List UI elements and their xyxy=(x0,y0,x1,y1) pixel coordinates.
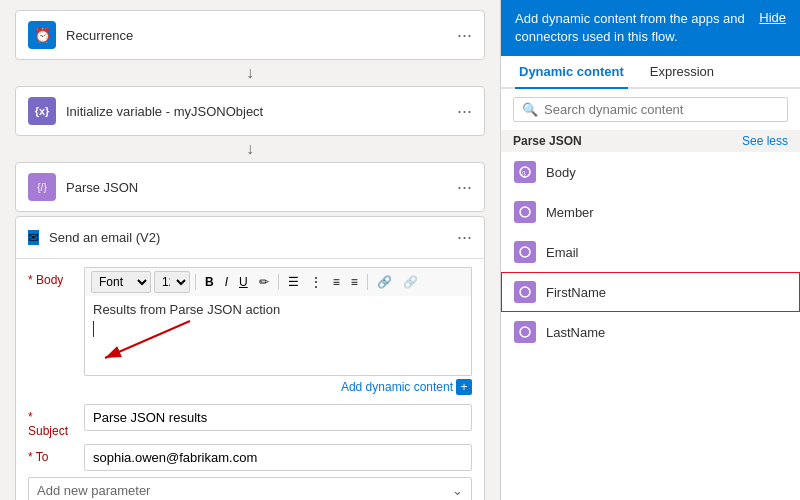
to-input[interactable] xyxy=(84,444,472,471)
dynamic-items-list: /} Body Member Email FirstName xyxy=(501,152,800,500)
body-editor-container: Font 12 B I U ✏ ☰ ⋮ ≡ ≡ xyxy=(84,267,472,398)
email-item-icon xyxy=(514,241,536,263)
parse-json-menu[interactable]: ··· xyxy=(457,177,472,198)
connector-1: ↓ xyxy=(15,65,485,81)
unlink-button[interactable]: 🔗 xyxy=(399,274,422,290)
parse-json-title: Parse JSON xyxy=(66,180,447,195)
dynamic-item-firstname[interactable]: FirstName xyxy=(501,272,800,312)
size-select[interactable]: 12 xyxy=(154,271,190,293)
email-title: Send an email (V2) xyxy=(49,230,447,245)
to-field-row: To xyxy=(28,444,472,471)
email-card-header: ✉ Send an email (V2) ··· xyxy=(16,217,484,259)
body-editor[interactable]: Results from Parse JSON action xyxy=(84,296,472,376)
align-left-button[interactable]: ≡ xyxy=(329,274,344,290)
init-variable-menu[interactable]: ··· xyxy=(457,101,472,122)
email-card: ✉ Send an email (V2) ··· Body Font 12 xyxy=(15,216,485,500)
body-editor-wrapper: Results from Parse JSON action xyxy=(84,296,472,398)
lastname-item-label: LastName xyxy=(546,325,605,340)
email-card-body: Body Font 12 B I U ✏ xyxy=(16,259,484,500)
member-item-label: Member xyxy=(546,205,594,220)
add-param-button[interactable]: Add new parameter ⌄ xyxy=(28,477,472,500)
subject-input[interactable] xyxy=(84,404,472,431)
arrow-annotation xyxy=(95,316,205,376)
underline-button[interactable]: U xyxy=(235,274,252,290)
search-box: 🔍 xyxy=(513,97,788,122)
toolbar-sep-3 xyxy=(367,274,368,290)
search-icon: 🔍 xyxy=(522,102,538,117)
body-item-icon: /} xyxy=(514,161,536,183)
num-list-button[interactable]: ⋮ xyxy=(306,274,326,290)
bullet-list-button[interactable]: ☰ xyxy=(284,274,303,290)
svg-point-7 xyxy=(520,327,530,337)
search-input[interactable] xyxy=(544,102,779,117)
body-text: Results from Parse JSON action xyxy=(93,302,463,317)
email-icon: ✉ xyxy=(28,230,39,245)
variable-icon: {x} xyxy=(28,97,56,125)
add-param-label: Add new parameter xyxy=(37,483,150,498)
add-dynamic-button[interactable]: Add dynamic content + xyxy=(341,379,472,395)
body-toolbar: Font 12 B I U ✏ ☰ ⋮ ≡ ≡ xyxy=(84,267,472,296)
link-button[interactable]: 🔗 xyxy=(373,274,396,290)
init-variable-title: Initialize variable - myJSONObject xyxy=(66,104,447,119)
hide-button[interactable]: Hide xyxy=(759,10,786,25)
right-header: Add dynamic content from the apps and co… xyxy=(501,0,800,56)
right-panel: Add dynamic content from the apps and co… xyxy=(500,0,800,500)
step-init-variable[interactable]: {x} Initialize variable - myJSONObject ·… xyxy=(15,86,485,136)
connector-2: ↓ xyxy=(15,141,485,157)
email-item-label: Email xyxy=(546,245,579,260)
body-field-row: Body Font 12 B I U ✏ xyxy=(28,267,472,398)
font-select[interactable]: Font xyxy=(91,271,151,293)
body-item-label: Body xyxy=(546,165,576,180)
step-parse-json[interactable]: {/} Parse JSON ··· xyxy=(15,162,485,212)
recurrence-menu[interactable]: ··· xyxy=(457,25,472,46)
add-dynamic-label: Add dynamic content xyxy=(341,380,453,394)
svg-point-4 xyxy=(520,207,530,217)
dynamic-item-body[interactable]: /} Body xyxy=(501,152,800,192)
email-menu[interactable]: ··· xyxy=(457,227,472,248)
toolbar-sep-2 xyxy=(278,274,279,290)
highlight-button[interactable]: ✏ xyxy=(255,274,273,290)
left-panel: ⏰ Recurrence ··· ↓ {x} Initialize variab… xyxy=(0,0,500,500)
align-center-button[interactable]: ≡ xyxy=(347,274,362,290)
right-tabs: Dynamic content Expression xyxy=(501,56,800,89)
firstname-item-icon xyxy=(514,281,536,303)
dynamic-item-member[interactable]: Member xyxy=(501,192,800,232)
parse-icon: {/} xyxy=(28,173,56,201)
dynamic-item-lastname[interactable]: LastName xyxy=(501,312,800,352)
see-less-link[interactable]: See less xyxy=(742,134,788,148)
tab-expression[interactable]: Expression xyxy=(646,56,718,89)
right-header-text: Add dynamic content from the apps and co… xyxy=(515,10,759,46)
add-param-chevron-icon: ⌄ xyxy=(452,483,463,498)
section-label: Parse JSON xyxy=(513,134,582,148)
member-item-icon xyxy=(514,201,536,223)
svg-point-5 xyxy=(520,247,530,257)
recurrence-icon: ⏰ xyxy=(28,21,56,49)
subject-label: Subject xyxy=(28,404,76,438)
dynamic-item-email[interactable]: Email xyxy=(501,232,800,272)
to-label: To xyxy=(28,444,76,464)
step-recurrence[interactable]: ⏰ Recurrence ··· xyxy=(15,10,485,60)
add-dynamic-plus-icon: + xyxy=(456,379,472,395)
toolbar-sep-1 xyxy=(195,274,196,290)
body-label: Body xyxy=(28,267,76,287)
section-header: Parse JSON See less xyxy=(501,130,800,152)
subject-field-row: Subject xyxy=(28,404,472,438)
svg-text:/}: /} xyxy=(522,170,527,178)
svg-line-1 xyxy=(105,321,190,358)
recurrence-title: Recurrence xyxy=(66,28,447,43)
svg-point-6 xyxy=(520,287,530,297)
italic-button[interactable]: I xyxy=(221,274,232,290)
cursor xyxy=(93,321,94,337)
firstname-item-label: FirstName xyxy=(546,285,606,300)
add-dynamic-row: Add dynamic content + xyxy=(84,376,472,398)
lastname-item-icon xyxy=(514,321,536,343)
bold-button[interactable]: B xyxy=(201,274,218,290)
tab-dynamic-content[interactable]: Dynamic content xyxy=(515,56,628,89)
